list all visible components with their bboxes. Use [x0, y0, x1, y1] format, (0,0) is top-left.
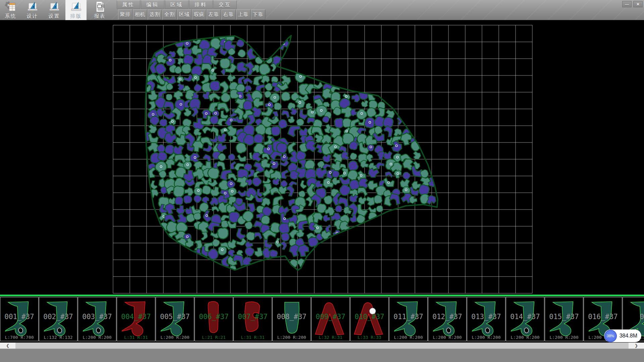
- piece-thumbnail[interactable]: 015_#37 L:200 R:200: [545, 297, 583, 341]
- tab-system[interactable]: 系统: [0, 0, 21, 20]
- tool-select-cut[interactable]: 选割: [148, 9, 162, 20]
- tab-design-label: 设计: [27, 13, 38, 19]
- top-toolbar: 系统 设计: [0, 0, 644, 20]
- piece-shape-graphic: [196, 298, 232, 340]
- minimize-button[interactable]: —: [622, 1, 632, 7]
- piece-thumbnail[interactable]: 006_#37 L:21 R:21: [195, 297, 233, 341]
- piece-shape-graphic: [352, 298, 387, 340]
- menu-properties[interactable]: 属性: [117, 0, 140, 9]
- tab-layout[interactable]: 排版: [65, 0, 87, 20]
- tab-report[interactable]: 报表: [89, 0, 110, 20]
- menu-region[interactable]: 区域: [165, 0, 189, 9]
- menu-bar: 属性 编辑 区域 排料 交互: [117, 0, 237, 9]
- tool-align-right[interactable]: 右靠: [221, 9, 236, 20]
- piece-thumbnail[interactable]: 001_#37 L:700 R:700: [0, 297, 39, 341]
- tool-cluster-nest[interactable]: 聚排: [118, 9, 132, 20]
- nesting-app-window: 系统 设计: [0, 0, 644, 362]
- piece-thumbnail[interactable]: 011_#37 L:200 R:200: [389, 297, 428, 341]
- piece-shape-graphic: [391, 298, 426, 340]
- tool-align-top[interactable]: 上靠: [236, 9, 251, 20]
- piece-shape-graphic: [2, 298, 37, 340]
- piece-thumbnail[interactable]: 012_#37 L:200 R:200: [428, 297, 467, 341]
- tab-system-label: 系统: [5, 13, 16, 19]
- settings-ruler-icon: [48, 1, 61, 13]
- piece-thumbnail[interactable]: 008_#37 L:200 R:200: [272, 297, 311, 341]
- report-doc-icon: [93, 1, 107, 13]
- main-tab-bar: 系统 设计: [0, 0, 110, 20]
- piece-shape-graphic: [430, 298, 465, 340]
- piece-thumbnail[interactable]: 014_#37 L:200 R:200: [506, 297, 544, 341]
- close-button[interactable]: ✕: [633, 1, 643, 7]
- menu-interactive[interactable]: 交互: [213, 0, 237, 9]
- piece-thumbnail[interactable]: 013_#37 L:200 R:200: [467, 297, 505, 341]
- piece-shape-graphic: [507, 298, 543, 340]
- tab-settings-label: 设置: [49, 13, 60, 19]
- piece-thumbnail[interactable]: 003_#37 L:200 R:200: [78, 297, 116, 341]
- scroll-right-button[interactable]: ❯: [629, 343, 644, 349]
- piece-shape-graphic: [313, 298, 348, 340]
- tab-report-label: 报表: [94, 13, 106, 19]
- nesting-canvas-svg: [0, 20, 644, 295]
- piece-thumbnail[interactable]: 005_#37 L:200 R:200: [156, 297, 194, 341]
- tool-bar: 聚排 相机 选割 全割 区域 瑕疵 左靠 右靠 上靠 下靠: [118, 9, 266, 20]
- memory-value-label: 384.8M: [620, 333, 637, 339]
- piece-shape-graphic: [274, 298, 310, 340]
- piece-shape-graphic: [157, 298, 193, 340]
- layout-ruler-icon: [69, 1, 83, 13]
- status-bar: [0, 349, 644, 362]
- piece-shape-graphic: [118, 298, 154, 340]
- piece-thumbnail[interactable]: 010_#37 L:33 R:33: [350, 297, 389, 341]
- tool-defect[interactable]: 瑕疵: [192, 9, 206, 20]
- piece-thumbnail[interactable]: 002_#37 L:132 R:132: [39, 297, 77, 341]
- tab-design[interactable]: 设计: [22, 0, 43, 20]
- piece-shape-graphic: [41, 298, 76, 340]
- piece-shape-graphic: [469, 298, 504, 340]
- menu-nesting[interactable]: 排料: [189, 0, 213, 9]
- tab-settings[interactable]: 设置: [44, 0, 65, 20]
- tool-region[interactable]: 区域: [177, 9, 192, 20]
- tab-layout-label: 排版: [70, 13, 82, 19]
- tool-align-left[interactable]: 左靠: [207, 9, 221, 20]
- piece-shape-graphic: [546, 298, 582, 340]
- menu-edit[interactable]: 编辑: [141, 0, 164, 9]
- scroll-left-button[interactable]: ❮: [0, 343, 15, 349]
- memory-percent-circle: 38%: [604, 330, 617, 342]
- strip-scrollbar[interactable]: ❮ ❯: [0, 343, 644, 349]
- window-controls: — ✕: [622, 1, 643, 7]
- memory-usage-badge[interactable]: 38% 384.8M: [604, 329, 641, 342]
- nesting-canvas[interactable]: [0, 20, 644, 295]
- piece-shape-graphic: [235, 298, 271, 340]
- piece-thumbnail[interactable]: 004_#37 L:31 R:31: [117, 297, 155, 341]
- piece-thumbnail-strip: 001_#37 L:700 R:700 002_#37 L:132 R:132 …: [0, 296, 644, 343]
- tool-cut-all[interactable]: 全割: [162, 9, 177, 20]
- piece-thumbnail[interactable]: 009_#37 L:32 R:31: [311, 297, 350, 341]
- design-ruler-icon: [26, 1, 39, 13]
- tool-camera[interactable]: 相机: [133, 9, 147, 20]
- tool-align-bottom[interactable]: 下靠: [251, 9, 265, 20]
- piece-shape-graphic: [79, 298, 115, 340]
- system-gear-icon: [4, 1, 17, 13]
- piece-thumbnail[interactable]: 007_#37 L:31 R:31: [233, 297, 272, 341]
